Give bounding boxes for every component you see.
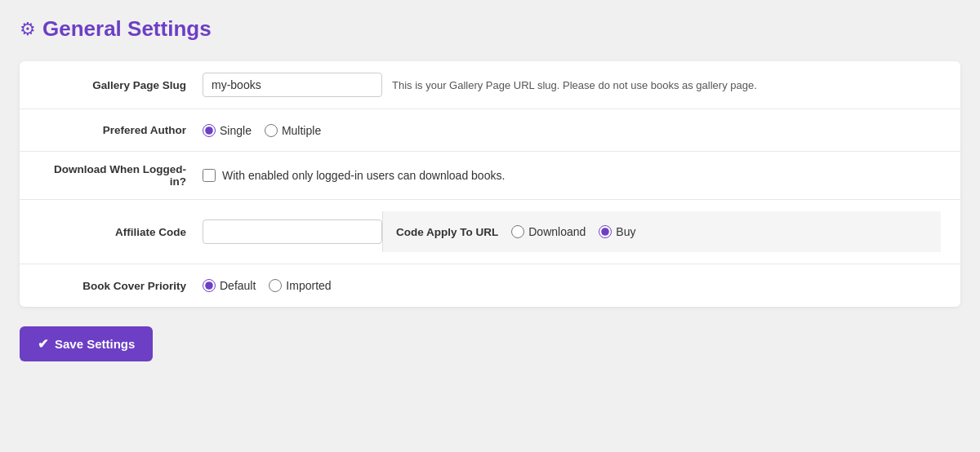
cover-imported-radio[interactable] <box>269 279 282 292</box>
save-button-label: Save Settings <box>55 337 135 351</box>
download-logged-in-row: Download When Logged-in? With enabled on… <box>20 152 960 200</box>
affiliate-code-row: Affiliate Code Code Apply To URL Downloa… <box>20 200 960 264</box>
code-download-radio[interactable] <box>511 225 524 238</box>
download-logged-in-hint: With enabled only logged-in users can do… <box>222 169 505 182</box>
preferred-author-label: Prefered Author <box>39 124 203 136</box>
author-multiple-option[interactable]: Multiple <box>265 124 321 137</box>
preferred-author-control: Single Multiple <box>203 124 941 137</box>
gallery-slug-input[interactable] <box>203 73 382 97</box>
gear-icon: ⚙ <box>20 19 36 40</box>
code-apply-section: Code Apply To URL Downloand Buy <box>382 211 941 252</box>
affiliate-code-control: Code Apply To URL Downloand Buy <box>203 211 941 252</box>
preferred-author-row: Prefered Author Single Multiple <box>20 109 960 152</box>
download-logged-in-control: With enabled only logged-in users can do… <box>203 169 941 182</box>
cover-imported-option[interactable]: Imported <box>269 279 331 292</box>
author-single-option[interactable]: Single <box>203 124 252 137</box>
gallery-slug-hint: This is your Gallery Page URL slug. Plea… <box>392 79 757 91</box>
book-cover-radio-group: Default Imported <box>203 279 332 292</box>
code-apply-label: Code Apply To URL <box>396 226 498 238</box>
author-single-radio[interactable] <box>203 124 216 137</box>
book-cover-priority-label: Book Cover Priority <box>39 280 203 292</box>
gallery-slug-label: Gallery Page Slug <box>39 79 203 91</box>
cover-default-option[interactable]: Default <box>203 279 256 292</box>
page-title-section: ⚙ General Settings <box>20 16 960 42</box>
affiliate-code-label: Affiliate Code <box>39 226 203 238</box>
code-download-option[interactable]: Downloand <box>511 225 586 238</box>
cover-default-radio[interactable] <box>203 279 216 292</box>
code-buy-option[interactable]: Buy <box>599 225 635 238</box>
download-logged-in-label: Download When Logged-in? <box>39 163 203 188</box>
check-icon: ✔ <box>38 336 48 352</box>
cover-imported-label: Imported <box>286 279 331 292</box>
affiliate-input-wrap <box>203 211 382 252</box>
affiliate-inner: Code Apply To URL Downloand Buy <box>203 211 941 252</box>
page-title: General Settings <box>42 16 212 42</box>
cover-default-label: Default <box>220 279 256 292</box>
author-single-label: Single <box>220 124 252 137</box>
code-buy-label: Buy <box>616 225 635 238</box>
book-cover-priority-control: Default Imported <box>203 279 941 292</box>
author-multiple-label: Multiple <box>282 124 321 137</box>
code-buy-radio[interactable] <box>599 225 612 238</box>
settings-card: Gallery Page Slug This is your Gallery P… <box>20 61 960 307</box>
book-cover-priority-row: Book Cover Priority Default Imported <box>20 264 960 307</box>
code-apply-radio-group: Downloand Buy <box>511 225 635 238</box>
preferred-author-radio-group: Single Multiple <box>203 124 321 137</box>
gallery-slug-control: This is your Gallery Page URL slug. Plea… <box>203 73 941 97</box>
save-settings-button[interactable]: ✔ Save Settings <box>20 326 153 361</box>
code-download-label: Downloand <box>528 225 586 238</box>
author-multiple-radio[interactable] <box>265 124 278 137</box>
gallery-slug-row: Gallery Page Slug This is your Gallery P… <box>20 61 960 109</box>
affiliate-code-input[interactable] <box>203 219 382 244</box>
download-logged-in-checkbox-label[interactable]: With enabled only logged-in users can do… <box>203 169 505 182</box>
download-logged-in-checkbox[interactable] <box>203 169 216 182</box>
